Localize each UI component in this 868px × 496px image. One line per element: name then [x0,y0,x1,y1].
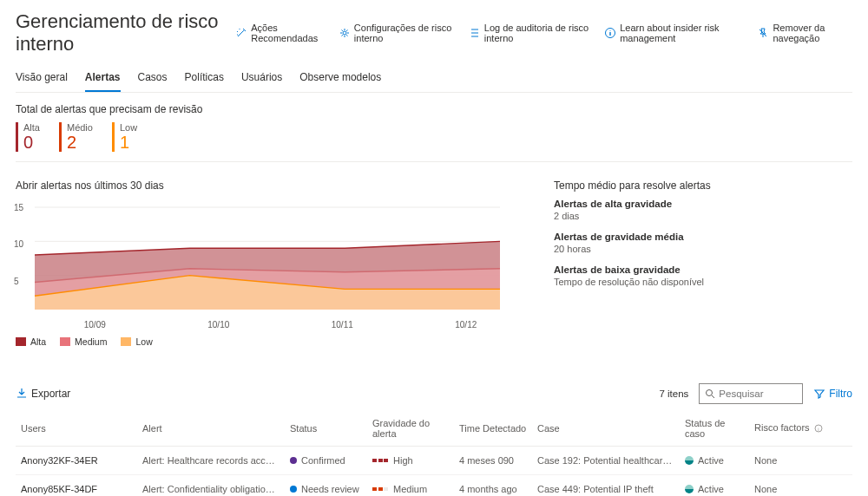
resolve-block-value: 2 dias [554,211,852,221]
severity-counter-low: Low1 [112,122,137,153]
alerts-table: UsersAlertStatusGravidade do alertaTime … [16,411,852,496]
cell-case-status: Active [680,447,749,475]
table-row[interactable]: Anony32KF-34ERAlert: Healthcare records … [16,447,852,475]
x-tick: 10/11 [332,320,353,330]
export-button[interactable]: Exportar [16,388,70,400]
info-icon: i [812,422,825,434]
x-tick: 10/10 [207,320,229,330]
col-header[interactable]: Alert [137,411,285,447]
col-header[interactable]: Time Detectado [454,411,532,447]
tab-policies[interactable]: Políticas [185,66,224,92]
action-label: Remover da navegação [773,23,852,43]
case-status-dot-icon [685,485,694,493]
cell-case: Case 192: Potential healthcare records… [532,447,680,475]
sev-label: Alta [23,122,40,133]
legend-alta: Alta [16,336,46,347]
cell-case: Case 449: Potential IP theft [532,475,680,497]
tab-alerts[interactable]: Alertas [85,66,121,92]
sev-label: Médio [67,122,93,133]
severity-counters: Alta0Médio2Low1 [16,122,852,162]
cell-risk: None [749,447,852,475]
chart-legend: AltaMediumLow [16,336,528,347]
action-label: Log de auditoria de risco interno [484,23,592,43]
resolve-block-title: Alertas de alta gravidade [554,199,852,209]
sev-value: 0 [23,133,40,153]
search-input[interactable] [719,388,797,399]
tabs: Visão geralAlertasCasosPolíticasUsuários… [16,59,852,93]
resolve-block-value: Tempo de resolução não disponível [554,277,852,287]
gear-icon [339,27,351,39]
search-box[interactable] [699,383,803,404]
cell-time: 4 meses 090 [454,447,532,475]
resolve-block-2: Alertas de baixa gravidadeTempo de resol… [554,264,852,287]
header-action-audit[interactable]: Log de auditoria de risco interno [469,23,592,43]
header-action-recommended[interactable]: Ações Recomendadas [235,23,326,43]
resolve-block-title: Alertas de baixa gravidade [554,264,852,275]
cell-severity: High [367,447,454,475]
cell-status: Confirmed [285,447,367,475]
table-row[interactable]: Anony85KF-34DFAlert: Confidentiality obl… [16,475,852,497]
tab-cases[interactable]: Casos [138,66,168,92]
tab-users[interactable]: Usuários [241,66,282,92]
x-tick: 10/12 [455,320,477,330]
col-header[interactable]: Gravidade do alerta [367,411,454,447]
resolve-block-0: Alertas de alta gravidade2 dias [554,199,852,221]
export-label: Exportar [31,388,70,400]
resolve-title: Tempo médio para resolve alertas [554,179,852,192]
filter-label: Filtro [829,388,852,400]
resolve-block-title: Alertas de gravidade média [554,232,852,242]
severity-bars-icon [372,487,388,491]
cell-user: Anony32KF-34ER [16,447,137,475]
x-labels: 10/0910/1010/1110/12 [16,320,528,330]
cell-status: Needs review [285,475,367,497]
cell-severity: Medium [367,475,454,497]
info-icon [604,27,616,39]
download-icon [16,388,28,400]
alerts-chart: 15 10 5 [16,199,502,320]
col-header[interactable]: Case [532,411,680,447]
unpin-icon [757,27,769,39]
col-header[interactable]: Risco factors i [749,411,852,447]
resolve-block-value: 20 horas [554,244,852,254]
legend-low: Low [121,336,152,347]
filter-icon [813,388,825,400]
cell-user: Anony85KF-34DF [16,475,137,497]
tab-templates[interactable]: Observe modelos [299,66,381,92]
header-action-settings[interactable]: Configurações de risco interno [339,23,457,43]
resolve-block-1: Alertas de gravidade média20 horas [554,232,852,254]
legend-medium: Medium [60,336,107,347]
severity-bars-icon [372,459,388,462]
status-dot-icon [290,486,297,493]
cell-alert: Alert: Healthcare records access policy [137,447,285,475]
filter-button[interactable]: Filtro [813,388,852,400]
y-tick-15: 15 [14,203,23,212]
severity-counter-alta: Alta0 [16,122,40,153]
header-action-remove[interactable]: Remover da navegação [757,23,852,43]
sev-value: 2 [67,133,93,153]
alerts-review-title: Total de alertas que precisam de revisão [16,103,852,115]
svg-point-5 [707,390,713,396]
action-label: Learn about insider risk management [620,23,745,43]
header-actions: Ações RecomendadasConfigurações de risco… [235,23,852,43]
y-tick-10: 10 [14,239,23,249]
status-dot-icon [290,457,297,464]
cell-alert: Alert: Confidentiality obligation during… [137,475,285,497]
case-status-dot-icon [685,456,694,465]
col-header[interactable]: Status de caso [680,411,749,447]
header-action-learn[interactable]: Learn about insider risk management [604,23,745,43]
sev-label: Low [120,122,137,133]
cell-time: 4 months ago [454,475,532,497]
svg-text:i: i [818,427,819,432]
col-header[interactable]: Users [16,411,137,447]
y-tick-5: 5 [14,277,19,286]
x-tick: 10/09 [84,320,106,330]
action-label: Ações Recomendadas [251,23,326,43]
svg-point-0 [343,31,346,35]
list-icon [469,27,481,39]
cell-case-status: Active [680,475,749,497]
severity-counter-medio: Médio2 [59,122,93,153]
col-header[interactable]: Status [285,411,367,447]
tab-overview[interactable]: Visão geral [16,66,68,92]
chart-title: Abrir alertas nos últimos 30 dias [16,179,528,192]
action-label: Configurações de risco interno [354,23,457,43]
